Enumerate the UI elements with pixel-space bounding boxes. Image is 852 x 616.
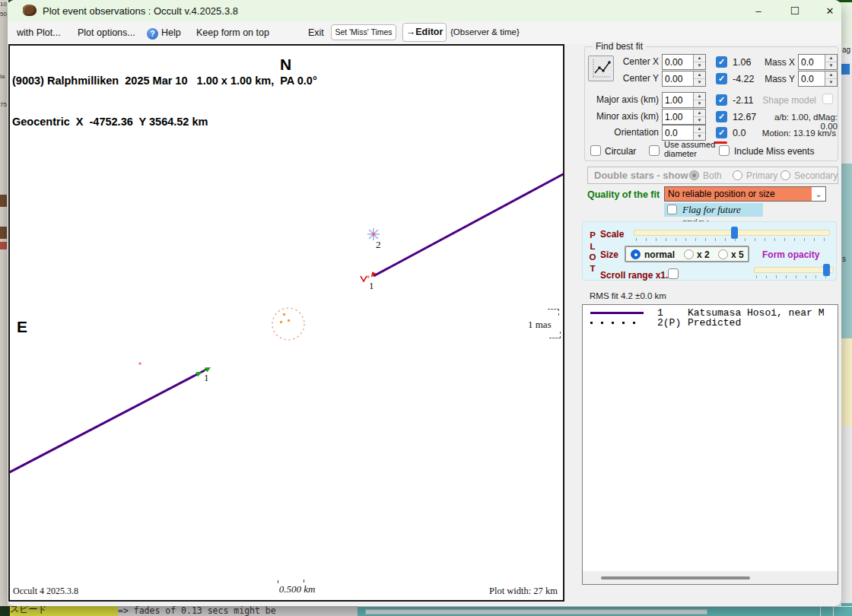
quality-value: No reliable position or size (665, 187, 812, 201)
use-assumed-label: Use assumed diameter (664, 141, 717, 158)
double-stars-both-radio[interactable] (689, 170, 699, 180)
observer-legend-list[interactable]: 1 Katsumasa Hosoi, near M 2(P) Predicted (582, 304, 838, 585)
size-x5-radio[interactable] (718, 249, 728, 259)
scroll-range-checkbox[interactable] (668, 268, 679, 279)
center-y-input[interactable] (663, 71, 693, 86)
set-miss-times-button[interactable]: Set 'Miss' Times (331, 24, 396, 40)
bg-band (841, 164, 852, 338)
mass-y-input[interactable] (799, 71, 825, 86)
form-opacity-label: Form opacity (762, 249, 819, 260)
plot-canvas: 1 1 2 (10, 46, 563, 600)
bg-taskbar-sep (820, 607, 821, 616)
orientation-spin-buttons[interactable]: ▲▼ (693, 125, 705, 140)
chevron-down-icon[interactable]: ⌄ (812, 187, 825, 201)
size-x2-radio[interactable] (684, 249, 694, 259)
double-stars-group: Double stars - show Both Primary Seconda… (587, 167, 838, 184)
menu-with-plot[interactable]: with Plot... (17, 27, 61, 38)
major-axis-input[interactable] (663, 93, 693, 107)
bg-taskbar-inset (365, 609, 707, 614)
chord-line-right (374, 173, 563, 276)
plot-footer-version: Occult 4 2025.3.8 (13, 586, 78, 597)
scale-slider-thumb[interactable] (731, 227, 738, 239)
mass-x-input[interactable] (799, 55, 825, 69)
include-miss-checkbox[interactable] (719, 145, 730, 156)
circular-label: Circular (605, 146, 636, 157)
center-y-spinner[interactable]: ▲▼ (662, 71, 706, 87)
major-axis-spin-buttons[interactable]: ▲▼ (693, 93, 705, 107)
scale-slider-label: Scale (600, 229, 624, 240)
help-icon[interactable]: ? (147, 28, 158, 40)
size-normal-label: normal (644, 249, 675, 260)
bg-left-fragment: 75 (0, 101, 7, 108)
orientation-checkbox[interactable]: ✓ (716, 127, 727, 138)
center-x-input[interactable] (663, 55, 693, 69)
major-axis-fit-value: -2.11 (733, 95, 754, 106)
size-x5-label: x 5 (731, 249, 744, 260)
plot-controls-panel: P L O T Scale Size normal x 2 x 5 Form o… (582, 221, 837, 281)
center-y-label: Center Y (596, 73, 659, 84)
legend-horizontal-scrollbar[interactable] (583, 571, 838, 584)
menu-plot-options[interactable]: Plot options... (78, 27, 135, 38)
quality-label: Quality of the fit (587, 189, 660, 200)
opacity-slider-thumb[interactable] (823, 264, 830, 276)
mass-x-spinner[interactable]: ▲▼ (798, 54, 838, 70)
orientation-input[interactable] (663, 125, 693, 140)
major-axis-checkbox[interactable]: ✓ (716, 94, 727, 106)
legend-line-dotted (590, 322, 644, 324)
menu-help[interactable]: Help (161, 27, 181, 38)
center-dot (283, 313, 285, 316)
scale-slider-ticks (636, 238, 830, 241)
bg-bottom-jp-text: スピード (10, 606, 118, 616)
mas-scale-bracket-top (548, 309, 559, 316)
legend-line-solid (590, 312, 644, 314)
find-best-fit-group: Find best fit Center X ▲▼ ✓ 1.06 Mass X (584, 46, 838, 161)
close-button[interactable]: ✕ (817, 3, 843, 19)
legend-scrollbar-thumb[interactable] (601, 576, 750, 579)
center-y-spin-buttons[interactable]: ▲▼ (693, 71, 705, 86)
plot-area[interactable]: (9003) Ralphmilliken 2025 Mar 10 1.00 x … (8, 44, 564, 602)
scale-bar-tick (278, 580, 278, 583)
center-x-label: Center X (596, 56, 659, 67)
observer-time-label[interactable]: {Observer & time} (450, 27, 520, 37)
menu-keep-form-on-top[interactable]: Keep form on top (196, 27, 269, 38)
plot-letters: P L O T (588, 230, 597, 274)
center-x-spin-buttons[interactable]: ▲▼ (693, 55, 705, 69)
orientation-spinner[interactable]: ▲▼ (662, 125, 706, 141)
opacity-slider-track[interactable] (754, 267, 834, 273)
bg-left-fragment: 10 (0, 1, 7, 8)
center-x-spinner[interactable]: ▲▼ (662, 54, 706, 70)
red-event-marker (361, 276, 367, 281)
minimize-button[interactable]: – (746, 3, 771, 19)
menu-exit[interactable]: Exit (308, 27, 324, 38)
mass-x-label: Mass X (761, 57, 795, 68)
minor-axis-input[interactable] (663, 110, 693, 124)
minor-axis-spin-buttons[interactable]: ▲▼ (693, 110, 705, 124)
minor-axis-spinner[interactable]: ▲▼ (662, 109, 706, 125)
maximize-button[interactable]: ☐ (782, 3, 808, 19)
center-y-fit-value: -4.22 (733, 74, 755, 84)
double-stars-primary-radio[interactable] (733, 170, 742, 180)
bg-left-icon (0, 242, 7, 249)
shape-model-checkbox[interactable] (822, 94, 833, 104)
center-x-checkbox[interactable]: ✓ (716, 56, 727, 68)
editor-button[interactable]: →Editor (402, 23, 447, 42)
quality-dropdown[interactable]: No reliable position or size ⌄ (664, 186, 826, 202)
minor-axis-label: Minor axis (km) (596, 111, 659, 122)
orientation-label: Orientation (596, 127, 659, 138)
center-y-checkbox[interactable]: ✓ (716, 73, 727, 84)
mass-y-spinner[interactable]: ▲▼ (798, 71, 838, 87)
bg-bottom-taskbar (358, 606, 852, 616)
motion-label: Motion: 13.19 km/s (760, 129, 836, 138)
flag-review-checkbox[interactable] (667, 205, 677, 214)
double-stars-secondary-radio[interactable] (780, 170, 790, 180)
mass-x-spin-buttons[interactable]: ▲▼ (825, 55, 837, 69)
size-normal-radio[interactable] (631, 249, 641, 259)
minor-axis-checkbox[interactable]: ✓ (716, 111, 727, 122)
use-assumed-checkbox[interactable] (649, 145, 660, 156)
bg-band (841, 64, 850, 75)
mass-y-spin-buttons[interactable]: ▲▼ (825, 71, 837, 86)
major-axis-spinner[interactable]: ▲▼ (662, 92, 706, 108)
circular-checkbox[interactable] (590, 145, 601, 156)
bg-band (841, 426, 852, 603)
title-bar[interactable]: Plot event observations : Occult v.4.202… (8, 0, 841, 21)
